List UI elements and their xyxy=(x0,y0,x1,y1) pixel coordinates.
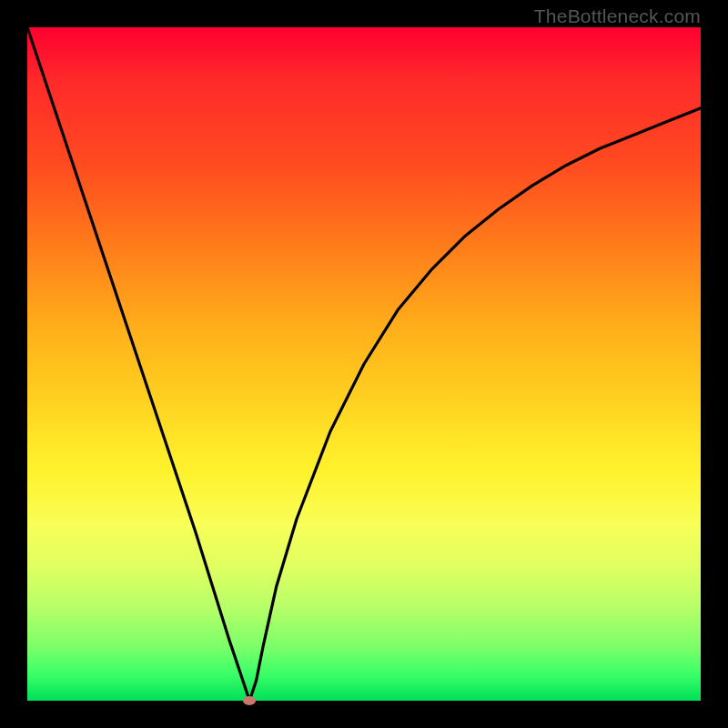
optimal-marker xyxy=(243,696,256,705)
plot-area xyxy=(27,27,701,701)
chart-frame: TheBottleneck.com xyxy=(0,0,728,728)
watermark-text: TheBottleneck.com xyxy=(534,5,701,27)
bottleneck-curve xyxy=(27,27,701,701)
